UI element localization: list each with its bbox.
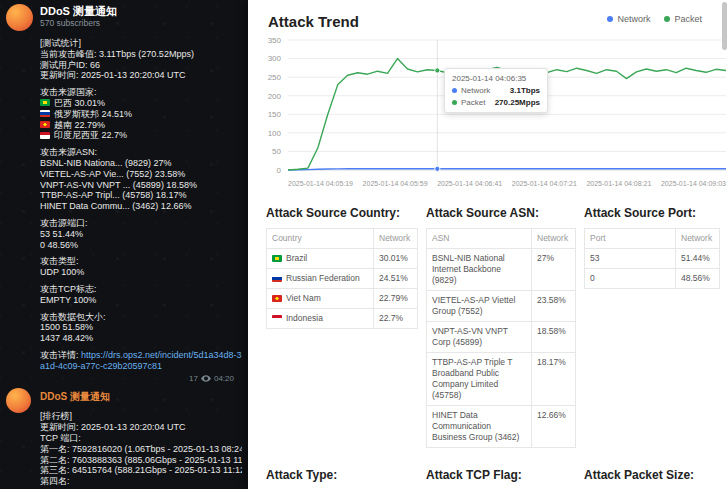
svg-text:100: 100 [268, 129, 282, 138]
tooltip-value: 3.1Tbps [510, 86, 540, 95]
packet-legend-dot-icon [664, 16, 670, 22]
column-header: Network [374, 229, 418, 249]
tooltip-row: Packet 270.25Mpps [452, 98, 540, 107]
port-table: Port Network 5351.44%048.56% [584, 228, 720, 289]
post-tag: [测试统计] [40, 38, 242, 49]
svg-text:150: 150 [268, 110, 282, 119]
channel-avatar[interactable] [6, 4, 33, 31]
attack-trend-chart[interactable]: 050100150200250300350 2025-01-14 04:05:1… [248, 30, 728, 202]
flag-indonesia-icon [272, 315, 282, 322]
table-cell: 30.01% [374, 249, 418, 269]
svg-text:0: 0 [277, 166, 282, 175]
views-count: 17 [189, 374, 198, 385]
detail-label: 攻击详情: [40, 350, 81, 360]
size-list: 1500 51.58%1437 48.42% [40, 322, 242, 344]
packet-dot-icon [452, 100, 457, 105]
post-time: 04:20 [214, 374, 234, 385]
table-cell: TTBP-AS-AP Triple T Broadband Public Com… [427, 353, 532, 406]
post-channel-name[interactable]: DDoS 测量通知 [40, 391, 242, 403]
table-cell: 18.58% [532, 322, 576, 353]
asn-line: VNPT-AS-VN VNPT ... (45899) 18.58% [40, 180, 242, 191]
table-row: 048.56% [585, 269, 720, 289]
post-avatar[interactable] [6, 388, 31, 413]
asn-line: TTBP-AS-AP Tripl... (45758) 18.17% [40, 190, 242, 201]
type-list: UDP 100% [40, 267, 242, 278]
table-header-row: Port Network [585, 229, 720, 249]
rank-line: 第三名: 64515764 (588.21Gbps - 2025-01-13 1… [40, 465, 242, 476]
port-section-header: 攻击源端口: [40, 218, 242, 229]
rank-line: 第四名: [40, 476, 242, 487]
country-line: 印度尼西亚 22.7% [40, 130, 242, 141]
section-attack-tcp-flag: Attack TCP Flag: TCP Flag Network EMPTY1… [426, 468, 576, 489]
country-text: 俄罗斯联邦 24.51% [54, 109, 132, 119]
legend-item-packet[interactable]: Packet [664, 14, 702, 24]
column-header: Country [267, 229, 374, 249]
attack-detail: 攻击详情: https://drs.ops2.net/incident/5d1a… [40, 350, 242, 372]
table-row: Viet Nam22.79% [267, 289, 418, 309]
x-axis-tick: 2025-01-14 04:06:41 [437, 180, 502, 187]
table-row: Russian Federation24.51% [267, 269, 418, 289]
tcpflag-section-header: 攻击TCP标志: [40, 284, 242, 295]
table-header-row: ASN Network [427, 229, 576, 249]
table-row: Brazil30.01% [267, 249, 418, 269]
table-header-row: Country Network [267, 229, 418, 249]
post2-updated: 更新时间: 2025-01-13 20:20:04 UTC [40, 422, 242, 433]
screen: DDoS 测量通知 570 subscribers [测试统计] 当前攻击峰值:… [0, 0, 728, 489]
tooltip-date: 2025-01-14 04:06:35 [452, 74, 540, 83]
country-line: 俄罗斯联邦 24.51% [40, 109, 242, 120]
table-cell: 23.58% [532, 291, 576, 322]
x-axis-tick: 2025-01-14 04:09:03 [661, 180, 726, 187]
size-line: 1437 48.42% [40, 333, 242, 344]
column-header: Network [532, 229, 576, 249]
flag-brazil-icon [40, 99, 50, 106]
vertical-scrollbar[interactable] [722, 2, 727, 50]
flag-vietnam-icon [272, 295, 282, 302]
asn-line: HINET Data Commu... (3462) 12.66% [40, 201, 242, 212]
section-attack-source-port: Attack Source Port: Port Network 5351.44… [584, 206, 720, 448]
port-line: 53 51.44% [40, 229, 242, 240]
table-row: HINET Data Communication Business Group … [427, 406, 576, 448]
post2-section: TCP 端口: [40, 433, 242, 444]
x-axis-tick: 2025-01-14 04:05:19 [288, 180, 353, 187]
flag-indonesia-icon [40, 132, 50, 139]
section-title: Attack Packet Size: [584, 468, 720, 482]
table-row: 5351.44% [585, 249, 720, 269]
network-legend-dot-icon [607, 16, 613, 22]
chart-legend: Network Packet [607, 14, 702, 24]
page-title: Attack Trend [268, 13, 359, 30]
chat-header[interactable]: DDoS 测量通知 570 subscribers [40, 5, 117, 28]
section-title: Attack TCP Flag: [426, 468, 576, 482]
country-text: 印度尼西亚 22.7% [54, 130, 127, 140]
user-id-line: 测试用户ID: 66 [40, 60, 242, 71]
telegram-panel: DDoS 测量通知 570 subscribers [测试统计] 当前攻击峰值:… [0, 0, 248, 489]
table-cell: 0 [585, 269, 676, 289]
table-cell: Russian Federation [267, 269, 374, 289]
post2-tag: [排行榜] [40, 411, 242, 422]
table-cell: Indonesia [267, 309, 374, 329]
legend-item-network[interactable]: Network [607, 14, 650, 24]
asn-line: VIETEL-AS-AP Vie... (7552) 23.58% [40, 169, 242, 180]
x-axis-tick: 2025-01-14 04:07:21 [512, 180, 577, 187]
country-section-header: 攻击来源国家: [40, 87, 242, 98]
channel-title: DDoS 测量通知 [40, 5, 117, 18]
flag-brazil-icon [272, 255, 282, 262]
table-cell: BSNL-NIB National Internet Backbone (982… [427, 249, 532, 291]
attack-peak-line: 当前攻击峰值: 3.11Tbps (270.52Mpps) [40, 49, 242, 60]
country-line: 巴西 30.01% [40, 98, 242, 109]
section-title: Attack Source Country: [266, 206, 418, 220]
table-cell: 12.66% [532, 406, 576, 448]
svg-text:50: 50 [272, 147, 281, 156]
views-eye-icon [201, 375, 211, 382]
tcpflag-list: EMPTY 100% [40, 295, 242, 306]
port-list: 53 51.44%0 48.56% [40, 229, 242, 251]
section-title: Attack Source Port: [584, 206, 720, 220]
table-row: VNPT-AS-VN VNPT Corp (45899)18.58% [427, 322, 576, 353]
svg-text:250: 250 [268, 73, 282, 82]
size-section-header: 攻击数据包大小: [40, 312, 242, 323]
asn-table: ASN Network BSNL-NIB National Internet B… [426, 228, 576, 448]
x-axis-tick: 2025-01-14 04:08:21 [586, 180, 651, 187]
tooltip-label: Packet [461, 98, 485, 107]
asn-section-header: 攻击来源ASN: [40, 147, 242, 158]
chart-tooltip: 2025-01-14 04:06:35 Network 3.1Tbps Pack… [444, 68, 548, 113]
x-axis-labels: 2025-01-14 04:05:192025-01-14 04:05:5920… [288, 180, 726, 187]
